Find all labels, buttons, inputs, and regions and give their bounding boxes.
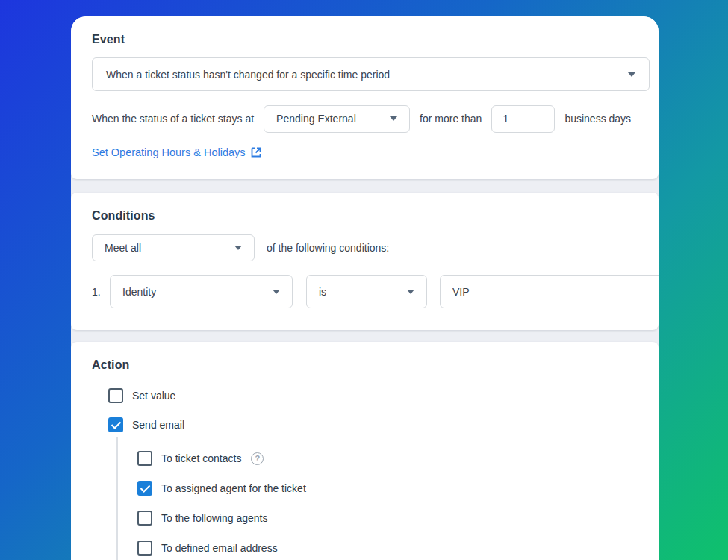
to-ticket-contacts-label: To ticket contacts [161,452,241,464]
action-options-list: Set value Send email To ticket contacts … [92,381,638,560]
chevron-down-icon [407,290,414,294]
condition-row: 1. Identity is VIP [92,275,638,308]
chevron-down-icon [628,72,635,77]
duration-input[interactable]: 1 [491,105,555,133]
condition-value: VIP [452,286,470,298]
status-select-value: Pending External [276,113,356,125]
condition-value-input[interactable]: VIP [440,275,659,308]
action-option-row: Send email [108,410,638,439]
email-recipient-options: To ticket contacts ? To assigned agent f… [92,444,638,560]
condition-operator-select[interactable]: is [306,275,427,308]
email-option-row: To the following agents [137,503,638,533]
chevron-down-icon [234,246,242,250]
to-following-agents-checkbox[interactable] [137,511,152,526]
to-assigned-agent-label: To assigned agent for the ticket [161,482,306,494]
to-following-agents-label: To the following agents [161,512,267,524]
to-defined-email-checkbox[interactable] [137,541,152,556]
email-option-row: To defined email address [137,533,638,560]
match-type-select[interactable]: Meet all [92,234,255,261]
send-email-checkbox[interactable] [108,417,123,432]
event-card: Event When a ticket status hasn't change… [71,16,659,179]
email-option-row: To assigned agent for the ticket [137,473,638,503]
set-value-checkbox[interactable] [108,388,123,403]
external-link-icon [251,147,261,158]
chevron-down-icon [273,290,280,294]
duration-value: 1 [503,113,508,125]
action-option-row: Set value [108,381,638,410]
to-ticket-contacts-checkbox[interactable] [137,451,152,466]
send-email-label: Send email [132,419,184,431]
sentence-middle: for more than [420,113,482,125]
event-card-title: Event [92,33,638,46]
operating-hours-link-label: Set Operating Hours & Holidays [92,146,246,158]
condition-index: 1. [92,286,110,298]
to-assigned-agent-checkbox[interactable] [137,481,152,496]
conditions-card-title: Conditions [92,209,638,223]
sentence-prefix: When the status of a ticket stays at [92,113,254,125]
action-card-title: Action [92,358,638,372]
event-type-select[interactable]: When a ticket status hasn't changed for … [92,57,650,91]
event-type-select-value: When a ticket status hasn't changed for … [106,69,390,81]
help-question-icon[interactable]: ? [251,452,264,465]
match-type-select-value: Meet all [105,242,141,254]
chevron-down-icon [390,116,397,121]
match-suffix-text: of the following conditions: [267,242,389,254]
email-option-row: To ticket contacts ? [137,444,638,473]
condition-field-select[interactable]: Identity [110,275,293,308]
status-select[interactable]: Pending External [264,105,410,133]
match-row: Meet all of the following conditions: [92,234,638,261]
to-defined-email-label: To defined email address [161,542,278,554]
condition-operator-value: is [319,286,326,298]
set-value-label: Set value [132,390,175,402]
conditions-card: Conditions Meet all of the following con… [71,193,659,330]
indent-guide-line [116,437,118,560]
condition-field-value: Identity [122,286,156,298]
action-card: Action Set value Send email To ticket co… [71,342,659,560]
operating-hours-link[interactable]: Set Operating Hours & Holidays [92,146,261,158]
automation-rule-panel: Event When a ticket status hasn't change… [71,16,659,560]
sentence-suffix: business days [564,113,631,125]
event-sentence-row: When the status of a ticket stays at Pen… [92,105,638,133]
